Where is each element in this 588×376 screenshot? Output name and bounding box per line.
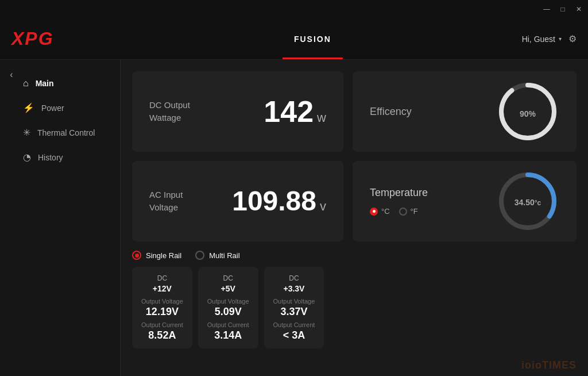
sidebar-item-history[interactable]: ◔ History [0, 145, 120, 170]
rail-12v-voltage-value: 12.19V [141, 306, 183, 318]
temperature-value: 34.50°c [514, 195, 541, 208]
rail-12v-voltage-label: Output Voltage [141, 298, 183, 305]
temperature-label: Temperature [370, 187, 428, 199]
rail-card-5v: DC +5V Output Voltage 5.09V Output Curre… [198, 267, 258, 348]
efficiency-label: Efficency [370, 104, 412, 120]
multi-rail-option[interactable]: Multi Rail [195, 251, 239, 260]
sidebar-toggle[interactable]: ‹ [6, 69, 17, 80]
close-button[interactable]: ✕ [574, 5, 583, 14]
middle-cards-row: AC Input Voltage 109.88 v Temperature °C [132, 161, 577, 241]
sidebar: ‹ ⌂ Main ⚡ Power ✳ Thermal Control ◔ His… [0, 60, 121, 376]
rail-33v-title: DC +3.3V [273, 274, 315, 294]
rail-5v-voltage-label: Output Voltage [207, 298, 249, 305]
single-rail-option[interactable]: Single Rail [132, 251, 181, 260]
main-layout: ‹ ⌂ Main ⚡ Power ✳ Thermal Control ◔ His… [0, 60, 588, 376]
rail-12v-current-label: Output Current [141, 321, 183, 328]
header-right: Hi, Guest ▾ ⚙ [522, 33, 588, 44]
rails-header: Single Rail Multi Rail [132, 251, 577, 260]
rail-cards: DC +12V Output Voltage 12.19V Output Cur… [132, 267, 577, 348]
efficiency-unit: % [529, 109, 536, 118]
rail-5v-current-value: 3.14A [207, 329, 249, 342]
multi-rail-label: Multi Rail [209, 251, 239, 260]
rails-section: Single Rail Multi Rail DC +12V Output Vo… [132, 251, 577, 348]
ac-input-value: 109.88 [232, 187, 316, 215]
efficiency-gauge: 90% [496, 80, 559, 143]
history-icon: ◔ [23, 152, 31, 163]
header: XPG FUSION Hi, Guest ▾ ⚙ [0, 18, 588, 60]
sidebar-item-power[interactable]: ⚡ Power [0, 95, 120, 120]
maximize-button[interactable]: □ [558, 5, 567, 14]
sidebar-item-label: Main [36, 79, 54, 88]
rail-33v-voltage-label: Output Voltage [273, 298, 315, 305]
minimize-button[interactable]: — [542, 5, 551, 14]
user-label: Hi, Guest [522, 34, 555, 44]
dc-output-card: DC Output Wattage 142 w [132, 71, 343, 152]
rail-5v-voltage-value: 5.09V [207, 306, 249, 318]
efficiency-card: Efficency 90% [353, 71, 577, 152]
celsius-option[interactable]: °C [370, 207, 390, 216]
rail-5v-title: DC +5V [207, 274, 249, 294]
rail-33v-current-value: < 3A [273, 329, 315, 342]
chevron-down-icon[interactable]: ▾ [559, 36, 562, 42]
sidebar-item-label: History [38, 153, 63, 162]
title-bar: — □ ✕ [0, 0, 588, 18]
sidebar-item-main[interactable]: ⌂ Main [0, 71, 120, 95]
logo-area: XPG [0, 28, 103, 49]
temperature-card: Temperature °C °F [353, 161, 577, 241]
single-rail-radio[interactable] [132, 251, 141, 260]
power-icon: ⚡ [23, 102, 34, 113]
thermal-icon: ✳ [23, 127, 30, 138]
sidebar-item-label: Thermal Control [37, 128, 95, 137]
ac-input-label: AC Input Voltage [149, 189, 183, 214]
rail-33v-voltage-value: 3.37V [273, 306, 315, 318]
efficiency-value: 90% [520, 102, 536, 121]
celsius-label: °C [381, 207, 390, 216]
rail-5v-current-label: Output Current [207, 321, 249, 328]
multi-rail-radio[interactable] [195, 251, 204, 260]
fahrenheit-radio[interactable] [399, 208, 407, 216]
temperature-units: °C °F [370, 207, 428, 216]
ac-input-unit: v [320, 199, 326, 214]
sidebar-item-thermal[interactable]: ✳ Thermal Control [0, 120, 120, 145]
ac-input-card: AC Input Voltage 109.88 v [132, 161, 343, 241]
rail-12v-title: DC +12V [141, 274, 183, 294]
top-cards-row: DC Output Wattage 142 w Efficency [132, 71, 577, 152]
home-icon: ⌂ [23, 78, 29, 89]
fahrenheit-label: °F [411, 207, 418, 216]
sidebar-item-label: Power [41, 103, 64, 113]
single-rail-label: Single Rail [146, 251, 181, 260]
content-area: DC Output Wattage 142 w Efficency [121, 60, 588, 376]
tab-fusion[interactable]: FUSION [283, 18, 343, 59]
temperature-gauge: 34.50°c [496, 170, 559, 233]
celsius-radio[interactable] [370, 208, 378, 216]
rail-card-12v: DC +12V Output Voltage 12.19V Output Cur… [132, 267, 192, 348]
rail-card-33v: DC +3.3V Output Voltage 3.37V Output Cur… [264, 267, 324, 348]
logo: XPG [11, 28, 54, 49]
dc-output-label: DC Output Wattage [149, 99, 190, 125]
fahrenheit-option[interactable]: °F [399, 207, 418, 216]
gear-icon[interactable]: ⚙ [568, 33, 577, 44]
dc-output-value: 142 [264, 97, 314, 126]
temperature-left: Temperature °C °F [370, 187, 428, 216]
rail-12v-current-value: 8.52A [141, 329, 183, 342]
rail-33v-current-label: Output Current [273, 321, 315, 328]
watermark: ioioTIMES [521, 359, 577, 371]
nav-center: FUSION [103, 18, 522, 59]
user-info: Hi, Guest ▾ [522, 34, 562, 44]
dc-output-unit: w [317, 110, 326, 125]
